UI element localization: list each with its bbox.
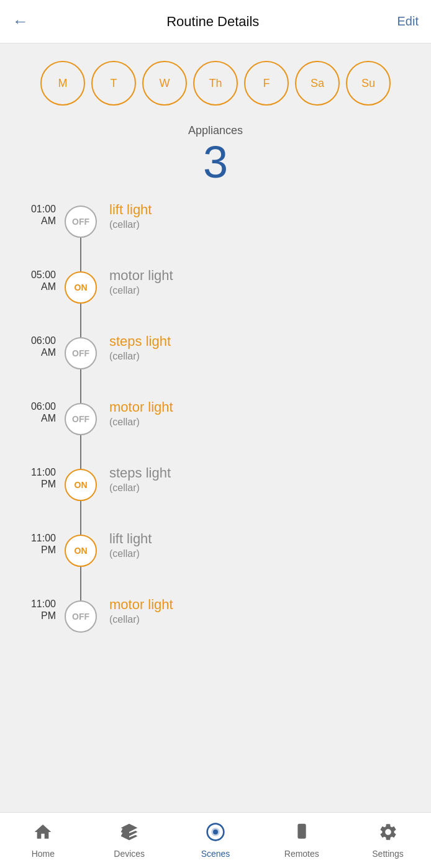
device-name: steps light bbox=[109, 333, 431, 350]
time-text: 11:00PM bbox=[0, 532, 56, 556]
bottom-nav: Home Devices Scenes Remotes Settings bbox=[0, 812, 431, 868]
device-name: steps light bbox=[109, 465, 431, 481]
nav-label: Remotes bbox=[284, 849, 319, 859]
device-location: (cellar) bbox=[109, 285, 431, 296]
node-col: ON bbox=[62, 460, 99, 526]
device-location: (cellar) bbox=[109, 548, 431, 559]
node-col: ON bbox=[62, 263, 99, 328]
line-top bbox=[80, 263, 81, 271]
nav-label: Scenes bbox=[201, 849, 230, 859]
node-col: OFF bbox=[62, 328, 99, 394]
day-circle-t[interactable]: T bbox=[91, 61, 136, 106]
line-bottom bbox=[80, 435, 81, 460]
info-col: motor light (cellar) bbox=[99, 592, 431, 625]
status-circle: OFF bbox=[65, 600, 97, 633]
time-col: 05:00AM bbox=[0, 263, 62, 292]
line-bottom bbox=[80, 567, 81, 592]
status-circle: OFF bbox=[65, 337, 97, 369]
day-circle-w[interactable]: W bbox=[142, 61, 187, 106]
device-location: (cellar) bbox=[109, 219, 431, 230]
line-top bbox=[80, 328, 81, 337]
time-col: 06:00AM bbox=[0, 394, 62, 424]
day-circle-th[interactable]: Th bbox=[193, 61, 238, 106]
node-col: ON bbox=[62, 526, 99, 592]
timeline-item: 11:00PM OFF motor light (cellar) bbox=[0, 592, 431, 645]
days-row: MTWThFSaSu bbox=[0, 43, 431, 118]
nav-label: Home bbox=[32, 849, 55, 859]
time-col: 01:00AM bbox=[0, 197, 62, 227]
timeline: 01:00AM OFF lift light (cellar) 05:00AM … bbox=[0, 191, 431, 658]
line-bottom bbox=[80, 369, 81, 394]
timeline-item: 11:00PM ON steps light (cellar) bbox=[0, 460, 431, 526]
line-bottom bbox=[80, 238, 81, 263]
node-col: OFF bbox=[62, 394, 99, 460]
time-col: 06:00AM bbox=[0, 328, 62, 358]
svg-point-2 bbox=[301, 836, 302, 838]
status-circle: OFF bbox=[65, 206, 97, 238]
remotes-icon bbox=[292, 822, 312, 846]
line-top bbox=[80, 460, 81, 469]
status-circle: ON bbox=[65, 469, 97, 501]
status-circle: OFF bbox=[65, 403, 97, 435]
back-button[interactable]: ← bbox=[12, 12, 29, 31]
info-col: steps light (cellar) bbox=[99, 460, 431, 494]
time-col: 11:00PM bbox=[0, 592, 62, 622]
device-location: (cellar) bbox=[109, 417, 431, 428]
nav-item-settings[interactable]: Settings bbox=[345, 822, 431, 859]
header: ← Routine Details Edit bbox=[0, 0, 431, 43]
day-circle-m[interactable]: M bbox=[40, 61, 85, 106]
nav-item-remotes[interactable]: Remotes bbox=[258, 822, 345, 859]
line-top bbox=[80, 592, 81, 600]
edit-button[interactable]: Edit bbox=[397, 14, 419, 29]
device-location: (cellar) bbox=[109, 351, 431, 362]
device-name: lift light bbox=[109, 531, 431, 547]
nav-label: Settings bbox=[372, 849, 404, 859]
timeline-item: 06:00AM OFF steps light (cellar) bbox=[0, 328, 431, 394]
nav-label: Devices bbox=[114, 849, 145, 859]
info-col: steps light (cellar) bbox=[99, 328, 431, 362]
device-name: motor light bbox=[109, 268, 431, 284]
time-text: 05:00AM bbox=[0, 269, 56, 292]
time-col: 11:00PM bbox=[0, 460, 62, 490]
devices-icon bbox=[119, 822, 139, 846]
device-location: (cellar) bbox=[109, 482, 431, 494]
day-circle-su[interactable]: Su bbox=[346, 61, 391, 106]
device-name: motor light bbox=[109, 597, 431, 613]
status-circle: ON bbox=[65, 535, 97, 567]
line-top bbox=[80, 526, 81, 535]
line-bottom bbox=[80, 304, 81, 328]
appliances-section: Appliances 3 bbox=[0, 118, 431, 191]
page-title: Routine Details bbox=[166, 14, 259, 30]
scenes-icon bbox=[206, 822, 225, 846]
info-col: lift light (cellar) bbox=[99, 197, 431, 230]
device-name: motor light bbox=[109, 399, 431, 415]
timeline-item: 06:00AM OFF motor light (cellar) bbox=[0, 394, 431, 460]
time-text: 06:00AM bbox=[0, 400, 56, 424]
settings-icon bbox=[378, 822, 398, 846]
appliances-label: Appliances bbox=[188, 124, 243, 137]
info-col: motor light (cellar) bbox=[99, 394, 431, 428]
device-name: lift light bbox=[109, 202, 431, 218]
home-icon bbox=[33, 822, 53, 846]
time-col: 11:00PM bbox=[0, 526, 62, 556]
time-text: 11:00PM bbox=[0, 466, 56, 490]
line-bottom bbox=[80, 501, 81, 526]
appliances-count: 3 bbox=[203, 140, 228, 184]
device-location: (cellar) bbox=[109, 614, 431, 625]
time-text: 01:00AM bbox=[0, 203, 56, 227]
timeline-item: 05:00AM ON motor light (cellar) bbox=[0, 263, 431, 328]
timeline-item: 11:00PM ON lift light (cellar) bbox=[0, 526, 431, 592]
status-circle: ON bbox=[65, 271, 97, 304]
day-circle-f[interactable]: F bbox=[244, 61, 289, 106]
time-text: 11:00PM bbox=[0, 598, 56, 622]
info-col: motor light (cellar) bbox=[99, 263, 431, 296]
timeline-item: 01:00AM OFF lift light (cellar) bbox=[0, 197, 431, 263]
nav-item-scenes[interactable]: Scenes bbox=[173, 822, 259, 859]
line-top bbox=[80, 394, 81, 403]
nav-item-devices[interactable]: Devices bbox=[86, 822, 173, 859]
day-circle-sa[interactable]: Sa bbox=[295, 61, 340, 106]
node-col: OFF bbox=[62, 592, 99, 645]
nav-item-home[interactable]: Home bbox=[0, 822, 86, 859]
time-text: 06:00AM bbox=[0, 335, 56, 358]
svg-rect-3 bbox=[300, 826, 303, 827]
